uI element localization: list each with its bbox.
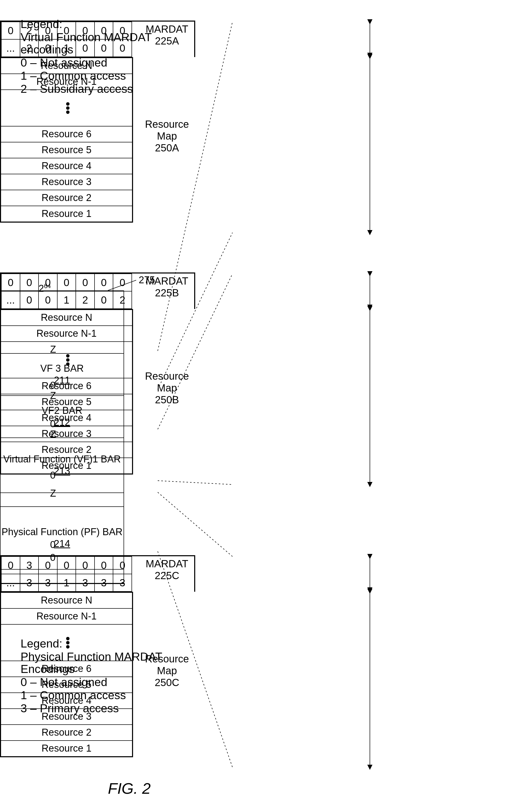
- mardat-cell: 0: [76, 39, 94, 57]
- mardat-label-a: MARDAT 225A: [139, 23, 195, 47]
- mardat-cell: 3: [94, 574, 113, 591]
- resource-map-id-text: 250A: [155, 142, 179, 153]
- resource-row: Resource 1: [1, 740, 132, 756]
- mardat-cell: 2: [20, 39, 39, 57]
- mardat-cell: 0: [20, 291, 39, 309]
- mardat-cell: 3: [76, 574, 94, 591]
- resource-map-label-text: Resource Map: [145, 370, 189, 394]
- svg-line-4: [158, 481, 233, 485]
- mardat-cell: 0: [76, 22, 94, 39]
- mardat-cell: ...: [1, 291, 20, 309]
- resource-map-a: Resource N Resource N-1 ••• Resource 6 R…: [0, 57, 133, 223]
- resource-block-a: Z Y 0 0 2 0 0 0 0 0 ... 2 0 1 0: [0, 21, 195, 223]
- mardat-cell: 2: [20, 22, 39, 39]
- mardat-label-text: MARDAT: [146, 275, 188, 287]
- mardat-cell: 0: [94, 39, 113, 57]
- mardat-cell: 0: [94, 274, 113, 291]
- mardat-label-c: MARDAT 225C: [139, 558, 195, 581]
- resource-row: Resource N-1: [1, 74, 132, 89]
- mardat-label-b: MARDAT 225B: [139, 275, 195, 299]
- resource-row: Resource 1: [1, 206, 132, 222]
- resource-gap: •••: [1, 341, 132, 378]
- mardat-cell: 3: [20, 556, 39, 574]
- resource-row: Resource 4: [1, 410, 132, 426]
- resource-map-id-text: 250C: [155, 677, 179, 688]
- resource-row: Resource N-1: [1, 608, 132, 624]
- mardat-label-text: MARDAT: [146, 23, 188, 35]
- resource-row: Resource N-1: [1, 325, 132, 341]
- figure-number: FIG. 2: [108, 780, 151, 796]
- resource-row: Resource 3: [1, 708, 132, 724]
- addr-bound-0: 0: [50, 540, 56, 550]
- mardat-cell: 0: [57, 556, 76, 574]
- addr-seg-label: Physical Function (PF) BAR: [2, 527, 123, 537]
- mardat-row: ... 2 0 1 0 0 0: [1, 39, 132, 57]
- resource-gap: •••: [1, 624, 132, 661]
- mardat-cell: ...: [1, 574, 20, 591]
- resource-block-c: Z Y 0 0 3 0 0 0 0 0 ... 3 3 1 3: [0, 555, 195, 757]
- mardat-cell: 0: [38, 556, 57, 574]
- mardat-cell: 0: [113, 39, 132, 57]
- resource-gap: •••: [1, 89, 132, 126]
- resource-map-label-b: Resource Map 250B: [139, 370, 195, 406]
- mardat-cell: 0: [38, 274, 57, 291]
- resource-row: Resource N: [1, 593, 132, 608]
- mardat-cell: 3: [38, 574, 57, 591]
- mardat-cell: 0: [113, 274, 132, 291]
- mardat-cell: 0: [94, 22, 113, 39]
- mardat-cell: 0: [113, 22, 132, 39]
- mardat-row: 0 2 0 0 0 0 0: [1, 22, 132, 39]
- mardat-cell: 1: [57, 39, 76, 57]
- resource-map-label-text: Resource Map: [145, 118, 189, 142]
- mardat-cell: 0: [1, 556, 20, 574]
- resource-row: Resource 5: [1, 394, 132, 410]
- mardat-id-text: 225B: [155, 287, 179, 298]
- resource-row: Resource 6: [1, 661, 132, 676]
- mardat-cell: 0: [94, 556, 113, 574]
- mardat-id-text: 225C: [155, 570, 179, 581]
- mardat-cell: 0: [38, 22, 57, 39]
- addr-seg-spacer: [1, 493, 124, 506]
- mardat-cell: 3: [20, 574, 39, 591]
- addr-bound-z: Z: [50, 488, 56, 499]
- resource-row: Resource 2: [1, 724, 132, 740]
- mardat-cell: 0: [38, 39, 57, 57]
- resource-map-b: Resource N Resource N-1 ••• Resource 6 R…: [0, 309, 133, 474]
- mardat-cell: 0: [76, 556, 94, 574]
- mardat-cell: 0: [1, 274, 20, 291]
- resource-row: Resource 6: [1, 126, 132, 142]
- resource-row: Resource 3: [1, 174, 132, 190]
- resource-row: Resource 2: [1, 190, 132, 206]
- resource-map-c: Resource N Resource N-1 ••• Resource 6 R…: [0, 592, 133, 757]
- resource-row: Resource N: [1, 310, 132, 325]
- mardat-cell: 0: [113, 556, 132, 574]
- resource-row: Resource 2: [1, 442, 132, 458]
- mardat-row: 0 0 0 0 0 0 0: [1, 274, 132, 291]
- mardat-id-text: 225A: [155, 35, 179, 47]
- resource-row: Resource 6: [1, 378, 132, 394]
- mardat-label-text: MARDAT: [146, 558, 188, 569]
- mardat-cell: 0: [57, 22, 76, 39]
- resource-block-b: Z Y 0 0 0 0 0 0 0 0 ... 0 0 1 2: [0, 272, 195, 474]
- mardat-cell: 0: [76, 274, 94, 291]
- mardat-cell: ...: [1, 39, 20, 57]
- mardat-row: ... 3 3 1 3 3 3: [1, 574, 132, 591]
- mardat-cell: 2: [76, 291, 94, 309]
- resource-row: Resource 5: [1, 676, 132, 693]
- mardat-row: ... 0 0 1 2 0 2: [1, 291, 132, 309]
- mardat-cell: 1: [57, 574, 76, 591]
- mardat-cell: 3: [113, 574, 132, 591]
- mardat-cell: 0: [57, 274, 76, 291]
- mardat-cell: 0: [38, 291, 57, 309]
- resource-row: Resource N: [1, 58, 132, 74]
- resource-row: Resource 5: [1, 142, 132, 158]
- mardat-cell: 0: [94, 291, 113, 309]
- resource-map-label-a: Resource Map 250A: [139, 118, 195, 154]
- resource-row: Resource 4: [1, 693, 132, 708]
- resource-row: Resource 3: [1, 426, 132, 442]
- mardat-cell: 2: [113, 291, 132, 309]
- resource-map-label-c: Resource Map 250C: [139, 653, 195, 688]
- resource-map-label-text: Resource Map: [145, 653, 189, 676]
- mardat-cell: 0: [1, 22, 20, 39]
- resource-row: Resource 4: [1, 158, 132, 174]
